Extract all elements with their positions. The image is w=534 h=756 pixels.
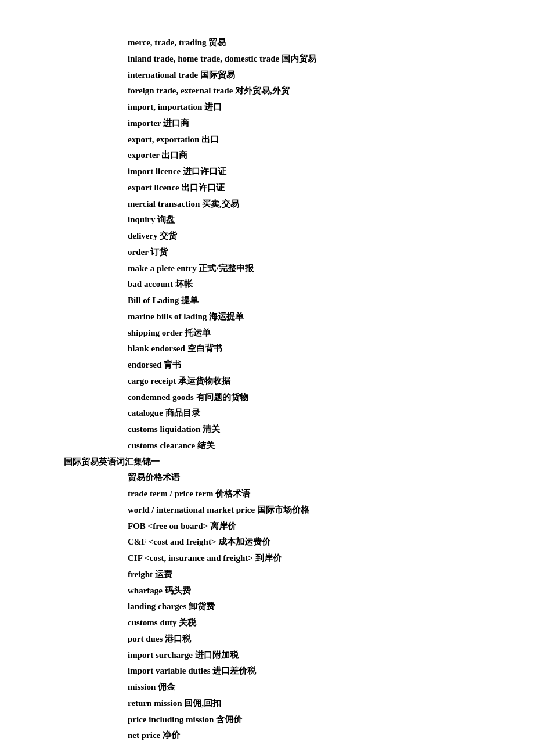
line-item: 国际贸易英语词汇集锦一: [0, 454, 534, 470]
line-item: shipping order 托运单: [0, 325, 534, 341]
line-item: importer 进口商: [0, 116, 534, 132]
line-item: mercial transaction 买卖,交易: [0, 196, 534, 213]
line-item: exporter 出口商: [0, 147, 534, 164]
lines-container: merce, trade, trading 贸易inland trade, ho…: [0, 35, 534, 744]
line-item: condemned goods 有问题的货物: [0, 390, 534, 406]
line-item: customs liquidation 清关: [0, 422, 534, 438]
line-item: customs duty 关税: [0, 615, 534, 631]
line-item: mission 佣金: [0, 679, 534, 696]
line-item: merce, trade, trading 贸易: [0, 35, 534, 51]
line-item: export licence 出口许口证: [0, 180, 534, 196]
line-item: FOB <free on board> 离岸价: [0, 519, 534, 535]
line-item: landing charges 卸货费: [0, 599, 534, 615]
line-item: export, exportation 出口: [0, 132, 534, 148]
line-item: 贸易价格术语: [0, 470, 534, 486]
line-item: port dues 港口税: [0, 631, 534, 647]
line-item: order 订货: [0, 244, 534, 261]
line-item: return mission 回佣,回扣: [0, 696, 534, 712]
line-item: delivery 交货: [0, 228, 534, 244]
line-item: endorsed 背书: [0, 357, 534, 373]
page-container: merce, trade, trading 贸易inland trade, ho…: [0, 0, 534, 756]
line-item: import surcharge 进口附加税: [0, 647, 534, 664]
line-item: world / international market price 国际市场价…: [0, 502, 534, 519]
line-item: import variable duties 进口差价税: [0, 663, 534, 679]
line-item: inland trade, home trade, domestic trade…: [0, 51, 534, 67]
line-item: international trade 国际贸易: [0, 67, 534, 84]
line-item: Bill of Lading 提单: [0, 293, 534, 309]
line-item: CIF <cost, insurance and freight> 到岸价: [0, 550, 534, 567]
line-item: C&F <cost and freight> 成本加运费价: [0, 534, 534, 550]
line-item: customs clearance 结关: [0, 438, 534, 454]
line-item: trade term / price term 价格术语: [0, 486, 534, 502]
line-item: import licence 进口许口证: [0, 164, 534, 180]
line-item: bad account 坏帐: [0, 276, 534, 293]
line-item: price including mission 含佣价: [0, 712, 534, 728]
line-item: marine bills of lading 海运提单: [0, 309, 534, 325]
line-item: inquiry 询盘: [0, 212, 534, 228]
line-item: net price 净价: [0, 728, 534, 744]
line-item: catalogue 商品目录: [0, 405, 534, 422]
line-item: import, importation 进口: [0, 99, 534, 116]
line-item: make a plete entry 正式/完整申报: [0, 261, 534, 277]
line-item: wharfage 码头费: [0, 583, 534, 599]
line-item: cargo receipt 承运货物收据: [0, 373, 534, 390]
line-item: blank endorsed 空白背书: [0, 341, 534, 357]
line-item: foreign trade, external trade 对外贸易,外贸: [0, 83, 534, 99]
line-item: freight 运费: [0, 567, 534, 583]
